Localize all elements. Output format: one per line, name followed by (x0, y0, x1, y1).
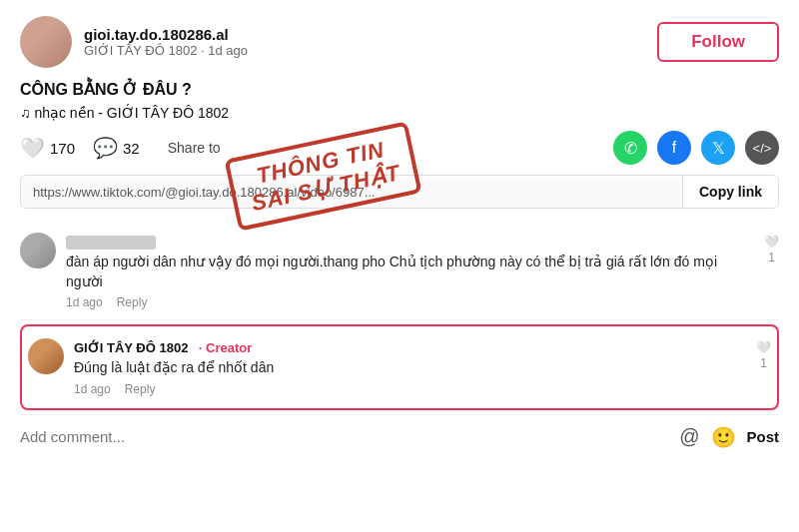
creator-like-count: 1 (760, 356, 767, 370)
like-count: 170 (50, 140, 75, 157)
commenter-name (66, 236, 156, 250)
comment-item: đàn áp người dân như vậy đó mọi người.th… (20, 223, 779, 320)
username: gioi.tay.do.180286.al (84, 26, 248, 43)
comment-time: 1d ago (66, 295, 103, 309)
url-bar: https://www.tiktok.com/@gioi.tay.do.1802… (20, 175, 779, 209)
avatar (20, 16, 72, 68)
post-button[interactable]: Post (746, 428, 779, 445)
post-header: gioi.tay.do.180286.al GIỚI TÂY ĐÔ 1802 ·… (20, 16, 779, 68)
creator-comment-item: GIỚI TÂY ĐÔ 1802 · Creator Đúng là luật … (28, 328, 771, 406)
user-info: gioi.tay.do.180286.al GIỚI TÂY ĐÔ 1802 ·… (84, 26, 248, 58)
comment-count: 32 (123, 140, 140, 157)
comment-like[interactable]: 🤍 1 (764, 233, 779, 265)
social-icons: ✆ f 𝕏 </> (613, 131, 779, 165)
actions-row: 🤍 170 💬 32 Share to ✆ f 𝕏 </> (20, 131, 779, 165)
creator-comment-text: Đúng là luật đặc ra để nhốt dân (74, 358, 746, 378)
comment-footer: 1d ago Reply (66, 295, 754, 309)
twitter-share-button[interactable]: 𝕏 (701, 131, 735, 165)
copy-link-button[interactable]: Copy link (682, 176, 778, 208)
like-count: 1 (768, 251, 775, 265)
creator-comment-wrapper: GIỚI TÂY ĐÔ 1802 · Creator Đúng là luật … (20, 324, 779, 410)
facebook-share-button[interactable]: f (657, 131, 691, 165)
whatsapp-icon: ✆ (624, 139, 637, 158)
emoji-icon[interactable]: 🙂 (711, 425, 736, 449)
heart-icon: 🤍 (20, 136, 45, 160)
creator-comment-body: GIỚI TÂY ĐÔ 1802 · Creator Đúng là luật … (74, 338, 746, 396)
header-left: gioi.tay.do.180286.al GIỚI TÂY ĐÔ 1802 ·… (20, 16, 248, 68)
music-line: ♫ nhạc nền - GIỚI TÂY ĐÔ 1802 (20, 105, 779, 121)
facebook-icon: f (672, 139, 676, 157)
embed-share-button[interactable]: </> (745, 131, 779, 165)
comment-body: đàn áp người dân như vậy đó mọi người.th… (66, 233, 754, 309)
creator-comment-like[interactable]: 🤍 1 (756, 338, 771, 370)
creator-like-icon: 🤍 (756, 340, 771, 354)
mention-icon[interactable]: @ (679, 425, 699, 448)
creator-comment-footer: 1d ago Reply (74, 382, 746, 396)
url-text: https://www.tiktok.com/@gioi.tay.do.1802… (21, 177, 682, 208)
main-container: gioi.tay.do.180286.al GIỚI TÂY ĐÔ 1802 ·… (0, 0, 799, 532)
comments-section: đàn áp người dân như vậy đó mọi người.th… (20, 223, 779, 410)
add-comment-icons: @ 🙂 (679, 425, 736, 449)
commenter-avatar (20, 233, 56, 268)
creator-comment-time: 1d ago (74, 382, 111, 396)
creator-avatar (28, 338, 64, 374)
add-comment-input[interactable] (20, 428, 669, 445)
whatsapp-share-button[interactable]: ✆ (613, 131, 647, 165)
post-caption: CÔNG BẰNG Ở ĐÂU ? (20, 80, 779, 99)
comment-action[interactable]: 💬 32 (93, 136, 140, 160)
creator-badge: · Creator (199, 340, 252, 355)
user-subtext: GIỚI TÂY ĐÔ 1802 · 1d ago (84, 43, 248, 58)
comment-icon: 💬 (93, 136, 118, 160)
twitter-icon: 𝕏 (712, 139, 725, 158)
reply-button[interactable]: Reply (117, 295, 148, 309)
share-label: Share to (168, 140, 221, 156)
follow-button[interactable]: Follow (657, 22, 779, 62)
embed-icon: </> (753, 141, 772, 156)
add-comment-bar: @ 🙂 Post (20, 414, 779, 453)
comment-text: đàn áp người dân như vậy đó mọi người.th… (66, 253, 754, 291)
like-action[interactable]: 🤍 170 (20, 136, 75, 160)
creator-name: GIỚI TÂY ĐÔ 1802 (74, 340, 188, 355)
like-icon: 🤍 (764, 235, 779, 249)
creator-reply-button[interactable]: Reply (125, 382, 156, 396)
